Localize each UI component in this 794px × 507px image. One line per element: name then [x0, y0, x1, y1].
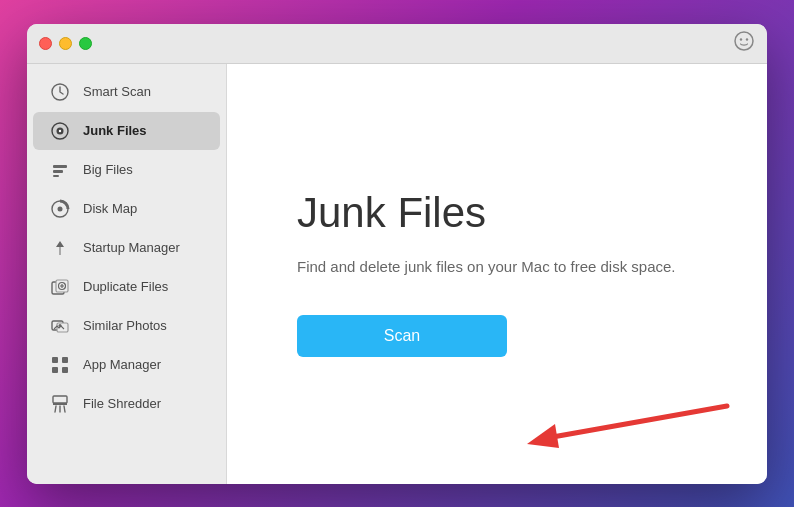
- minimize-button[interactable]: [59, 37, 72, 50]
- smart-scan-icon: [49, 81, 71, 103]
- svg-rect-9: [53, 175, 59, 177]
- similar-photos-icon: [49, 315, 71, 337]
- sidebar-item-disk-map[interactable]: Disk Map: [33, 190, 220, 228]
- titlebar-icon: [733, 30, 755, 57]
- svg-rect-23: [62, 367, 68, 373]
- svg-rect-7: [53, 165, 67, 168]
- page-title: Junk Files: [297, 190, 697, 236]
- svg-rect-20: [52, 357, 58, 363]
- startup-icon: [49, 237, 71, 259]
- svg-line-29: [547, 406, 727, 438]
- traffic-lights: [39, 37, 92, 50]
- disk-map-icon: [49, 198, 71, 220]
- svg-rect-21: [62, 357, 68, 363]
- arrow-annotation: [517, 396, 737, 460]
- app-manager-icon: [49, 354, 71, 376]
- sidebar-item-similar-photos[interactable]: Similar Photos: [33, 307, 220, 345]
- svg-marker-30: [527, 424, 559, 448]
- svg-line-26: [55, 406, 56, 412]
- svg-point-0: [735, 32, 753, 50]
- sidebar: Smart Scan Junk Files: [27, 64, 227, 484]
- app-window: Smart Scan Junk Files: [27, 24, 767, 484]
- junk-files-icon: [49, 120, 71, 142]
- sidebar-item-label: Disk Map: [83, 201, 137, 216]
- sidebar-item-label: Startup Manager: [83, 240, 180, 255]
- svg-point-2: [746, 38, 748, 40]
- duplicate-files-icon: [49, 276, 71, 298]
- svg-rect-24: [53, 396, 67, 403]
- svg-rect-22: [52, 367, 58, 373]
- page-description: Find and delete junk files on your Mac t…: [297, 256, 697, 279]
- sidebar-item-label: Junk Files: [83, 123, 147, 138]
- sidebar-item-app-manager[interactable]: App Manager: [33, 346, 220, 384]
- close-button[interactable]: [39, 37, 52, 50]
- main-content: Smart Scan Junk Files: [27, 64, 767, 484]
- sidebar-item-big-files[interactable]: Big Files: [33, 151, 220, 189]
- sidebar-item-label: Big Files: [83, 162, 133, 177]
- titlebar: [27, 24, 767, 64]
- scan-button[interactable]: Scan: [297, 315, 507, 357]
- svg-rect-25: [53, 403, 67, 405]
- content-inner: Junk Files Find and delete junk files on…: [297, 190, 697, 357]
- content-area: Junk Files Find and delete junk files on…: [227, 64, 767, 484]
- sidebar-item-label: Smart Scan: [83, 84, 151, 99]
- sidebar-item-file-shredder[interactable]: File Shredder: [33, 385, 220, 423]
- sidebar-item-duplicate-files[interactable]: Duplicate Files: [33, 268, 220, 306]
- sidebar-item-label: App Manager: [83, 357, 161, 372]
- sidebar-item-label: File Shredder: [83, 396, 161, 411]
- svg-line-28: [64, 406, 65, 412]
- svg-point-6: [59, 129, 61, 131]
- svg-point-11: [58, 206, 63, 211]
- svg-point-1: [740, 38, 742, 40]
- file-shredder-icon: [49, 393, 71, 415]
- sidebar-item-startup-manager[interactable]: Startup Manager: [33, 229, 220, 267]
- big-files-icon: [49, 159, 71, 181]
- sidebar-item-label: Similar Photos: [83, 318, 167, 333]
- svg-rect-8: [53, 170, 63, 173]
- sidebar-item-junk-files[interactable]: Junk Files: [33, 112, 220, 150]
- sidebar-item-smart-scan[interactable]: Smart Scan: [33, 73, 220, 111]
- sidebar-item-label: Duplicate Files: [83, 279, 168, 294]
- maximize-button[interactable]: [79, 37, 92, 50]
